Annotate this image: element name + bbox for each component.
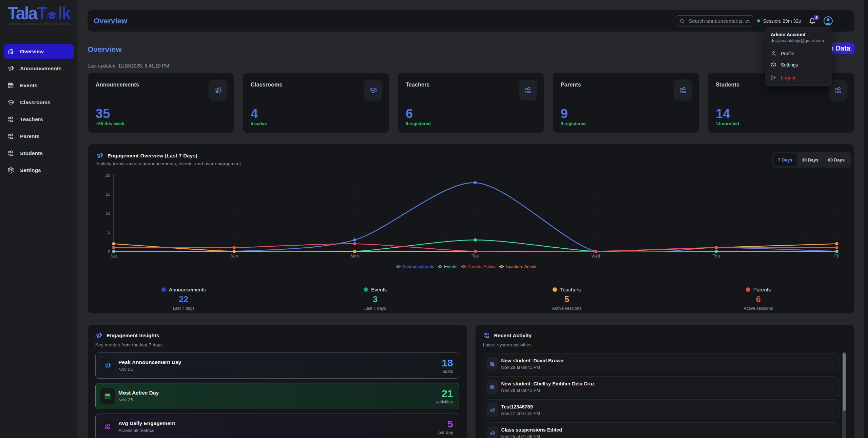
svg-text:Sat: Sat: [111, 254, 117, 259]
svg-text:5: 5: [108, 230, 110, 235]
svg-text:0: 0: [108, 249, 110, 254]
svg-text:20: 20: [105, 173, 110, 178]
svg-text:Wed: Wed: [592, 254, 600, 259]
svg-text:Tue: Tue: [471, 254, 479, 259]
svg-text:Sun: Sun: [230, 254, 238, 259]
svg-text:Thu: Thu: [713, 254, 720, 259]
svg-text:15: 15: [105, 192, 110, 197]
svg-text:Fri: Fri: [834, 254, 840, 259]
svg-text:Mon: Mon: [351, 254, 359, 259]
svg-text:10: 10: [105, 211, 110, 216]
